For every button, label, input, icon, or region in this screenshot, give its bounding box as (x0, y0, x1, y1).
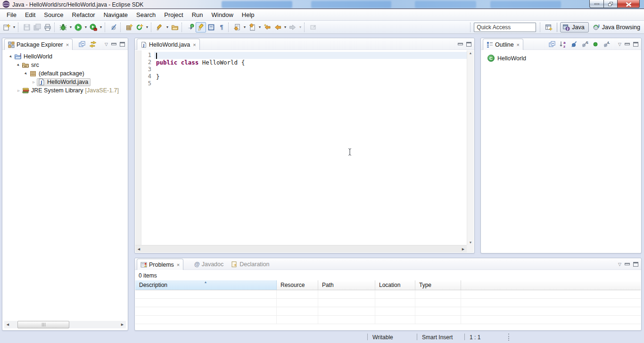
column-header-location[interactable]: Location (375, 280, 415, 290)
scroll-down-icon[interactable]: ▼ (467, 241, 474, 244)
menu-file[interactable]: File (2, 9, 21, 20)
open-perspective-button[interactable] (544, 22, 554, 33)
view-menu-icon[interactable]: ▽ (618, 42, 621, 47)
problems-tab[interactable]: Problems × (137, 259, 183, 270)
java-project-icon: J (14, 53, 22, 60)
column-header-resource[interactable]: Resource (277, 280, 318, 290)
hide-non-public-members-icon[interactable] (592, 41, 599, 48)
declaration-tab[interactable]: Declaration (227, 261, 273, 268)
maximize-view-icon[interactable] (633, 262, 638, 267)
code-area[interactable]: public class HelloWorld { } (154, 50, 467, 245)
show-selected-element-button[interactable] (206, 22, 216, 33)
editor-tab-helloworld[interactable]: J HelloWorld.java × (137, 39, 200, 50)
previous-annotation-dropdown[interactable]: ▾ (257, 25, 262, 29)
previous-annotation-button[interactable] (247, 22, 257, 33)
package-explorer-hscrollbar[interactable]: ◀ ▶ (4, 321, 126, 328)
close-tab-icon[interactable]: × (517, 42, 520, 48)
back-dropdown[interactable]: ▾ (283, 25, 288, 29)
hide-static-members-icon[interactable]: S (581, 41, 588, 48)
scroll-right-icon[interactable]: ▶ (460, 247, 467, 251)
menu-window[interactable]: Window (207, 9, 238, 20)
close-tab-icon[interactable]: × (193, 42, 196, 48)
editor-hscrollbar[interactable]: ◀ ▶ (135, 245, 467, 253)
run-button[interactable] (73, 22, 83, 33)
minimize-view-icon[interactable] (625, 43, 630, 45)
maximize-view-icon[interactable] (120, 42, 125, 47)
new-java-class-button[interactable] (134, 22, 145, 33)
menu-edit[interactable]: Edit (21, 9, 40, 20)
minimize-view-icon[interactable] (111, 43, 116, 45)
tree-item-jre-library[interactable]: ▹ JRE System Library [JavaSE-1.7] (2, 86, 128, 95)
outline-tab[interactable]: Outline × (483, 39, 523, 50)
annotation-ruler[interactable] (135, 50, 141, 245)
next-annotation-dropdown[interactable]: ▾ (242, 25, 247, 29)
sort-alphabetically-icon[interactable]: az (559, 41, 567, 48)
outline-item-class[interactable]: C HelloWorld (481, 50, 641, 62)
menu-help[interactable]: Help (238, 9, 259, 20)
back-button[interactable] (272, 22, 283, 33)
close-tab-icon[interactable]: × (66, 42, 69, 48)
external-tools-dropdown[interactable]: ▾ (99, 25, 103, 29)
restore-window-button[interactable] (604, 0, 618, 8)
debug-dropdown[interactable]: ▾ (68, 25, 73, 29)
new-java-project-button[interactable] (124, 22, 134, 33)
editor-vscrollbar[interactable]: ▲ ▼ (467, 50, 474, 245)
scroll-left-icon[interactable]: ◀ (4, 323, 11, 327)
java-element-wizard-dropdown[interactable]: ▾ (165, 25, 170, 29)
debug-button[interactable] (58, 22, 68, 33)
writable-status: Writable (372, 334, 393, 341)
menu-navigate[interactable]: Navigate (99, 9, 132, 20)
external-tools-button[interactable] (88, 22, 99, 33)
scroll-right-icon[interactable]: ▶ (119, 323, 126, 327)
close-window-button[interactable] (618, 0, 640, 8)
menu-search[interactable]: Search (132, 9, 160, 20)
maximize-view-icon[interactable] (633, 42, 638, 47)
view-menu-icon[interactable]: ▽ (105, 42, 108, 47)
menu-source[interactable]: Source (40, 9, 67, 20)
menu-run[interactable]: Run (188, 9, 207, 20)
scroll-up-icon[interactable]: ▲ (467, 51, 474, 55)
expander-icon[interactable]: ▹ (31, 80, 37, 84)
new-wizard-dropdown[interactable]: ▾ (12, 25, 17, 29)
tree-item-project[interactable]: ▸ J HelloWorld (2, 52, 128, 61)
expander-icon[interactable]: ▹ (16, 88, 22, 93)
minimize-view-icon[interactable] (625, 263, 630, 265)
java-perspective-button[interactable]: J Java (560, 22, 588, 33)
minimize-window-button[interactable] (589, 0, 604, 8)
menu-project[interactable]: Project (160, 9, 187, 20)
view-menu-icon[interactable]: ▽ (618, 262, 621, 267)
minimize-view-icon[interactable] (458, 43, 463, 45)
new-wizard-button[interactable] (1, 22, 12, 33)
collapse-all-icon[interactable] (548, 41, 556, 48)
open-task-button[interactable] (170, 22, 180, 33)
collapse-all-icon[interactable] (78, 41, 86, 48)
close-tab-icon[interactable]: × (177, 262, 180, 268)
tree-item-src[interactable]: ▸ src (2, 61, 128, 69)
javadoc-tab[interactable]: @ Javadoc (190, 261, 227, 268)
tree-item-java-file[interactable]: ▹ J HelloWorld.java (2, 78, 128, 86)
scrollbar-thumb[interactable] (17, 321, 69, 328)
run-dropdown[interactable]: ▾ (83, 25, 88, 29)
menu-refactor[interactable]: Refactor (68, 9, 99, 20)
link-with-editor-icon[interactable] (89, 41, 97, 48)
new-java-class-dropdown[interactable]: ▾ (145, 25, 149, 29)
editor-body[interactable]: 1 2 3 4 5 public class HelloWorld { } ▲ … (135, 50, 474, 253)
hide-local-types-icon[interactable]: L (603, 41, 610, 48)
package-explorer-tab[interactable]: Package Explorer × (4, 39, 73, 50)
print-button[interactable] (42, 22, 53, 33)
column-header-type[interactable]: Type (415, 280, 461, 290)
quick-access-input[interactable] (474, 23, 536, 32)
column-header-description[interactable]: ▲ Description (135, 280, 277, 290)
java-element-wizard-button[interactable] (155, 22, 165, 33)
java-browsing-perspective-button[interactable]: J Java Browsing (593, 24, 640, 31)
maximize-view-icon[interactable] (466, 42, 471, 47)
scroll-left-icon[interactable]: ◀ (135, 247, 142, 251)
column-header-path[interactable]: Path (318, 280, 375, 290)
tree-item-default-package[interactable]: ▸ (default package) (2, 69, 128, 78)
toggle-breadcrumb-button[interactable]: J (185, 22, 196, 33)
last-edit-location-button[interactable] (262, 22, 272, 33)
mark-occurrences-toggle[interactable] (196, 22, 206, 33)
show-whitespace-button[interactable]: ¶ (216, 22, 227, 33)
next-annotation-button[interactable] (232, 22, 242, 33)
hide-fields-icon[interactable] (570, 41, 578, 48)
